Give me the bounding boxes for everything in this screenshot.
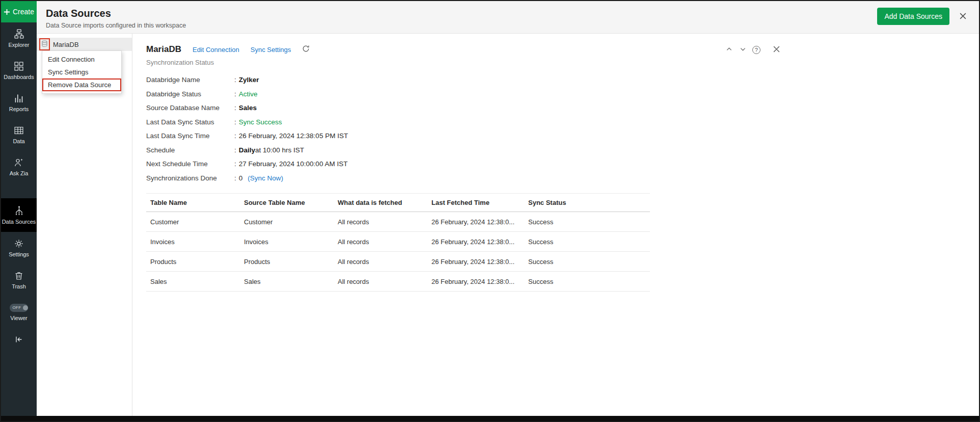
menu-item-remove-data-source[interactable]: Remove Data Source (42, 78, 121, 91)
sync-field-row: Schedule :Daily at 10:00 hrs IST (146, 143, 348, 157)
create-button[interactable]: Create (1, 1, 37, 22)
detail-toolbar: ? (724, 45, 781, 55)
next-source-button[interactable] (738, 45, 747, 55)
reports-icon (14, 93, 23, 103)
sidebar-item-data-sources[interactable]: Data Sources (1, 198, 37, 232)
sidebar-nav: Explorer Dashboards Reports Data Ask Zia… (1, 22, 37, 328)
table-row[interactable]: ProductsProductsAll records26 February, … (146, 252, 650, 272)
sync-field-row: Next Schedule Time :27 February, 2024 10… (146, 157, 348, 171)
database-icon[interactable] (41, 40, 48, 48)
close-page-button[interactable] (957, 11, 969, 23)
column-header-source-table-name: Source Table Name (240, 194, 334, 212)
plus-icon (4, 7, 10, 17)
chevron-down-icon (740, 45, 746, 55)
table-row[interactable]: SalesSalesAll records26 February, 2024 1… (146, 272, 650, 292)
sidebar-item-label: Data (13, 138, 24, 144)
edit-connection-link[interactable]: Edit Connection (193, 46, 239, 54)
close-detail-button[interactable] (772, 45, 781, 55)
table-cell: All records (334, 212, 427, 232)
sidebar-item-dashboards[interactable]: Dashboards (1, 55, 37, 87)
sidebar-item-label: Reports (9, 106, 29, 112)
field-value-wrap: :Daily at 10:00 hrs IST (234, 146, 304, 154)
field-value: Sales (239, 104, 257, 112)
sync-field-row: Source Database Name :Sales (146, 101, 348, 115)
field-colon: : (234, 104, 236, 112)
table-row[interactable]: InvoicesInvoicesAll records26 February, … (146, 232, 650, 252)
table-cell: Products (146, 252, 240, 272)
column-header-table-name: Table Name (146, 194, 240, 212)
table-cell: Invoices (240, 232, 334, 252)
sidebar-item-data[interactable]: Data (1, 119, 37, 151)
table-cell: 26 February, 2024 12:38:0... (427, 252, 524, 272)
annotation-box-source-icon (39, 38, 50, 50)
table-cell: Success (524, 252, 650, 272)
create-button-label: Create (13, 8, 34, 16)
sync-table-head-row: Table NameSource Table NameWhat data is … (146, 194, 650, 212)
table-cell: Success (524, 232, 650, 252)
detail-titlebar: MariaDB Edit Connection Sync Settings (146, 44, 310, 55)
table-row[interactable]: CustomerCustomerAll records26 February, … (146, 212, 650, 232)
help-icon: ? (752, 46, 760, 54)
field-colon: : (234, 132, 236, 140)
ask-zia-icon (14, 157, 24, 167)
sidebar-item-label: Trash (12, 283, 26, 289)
field-value: 26 February, 2024 12:38:05 PM IST (239, 132, 348, 140)
field-value-wrap: :Sync Success (234, 118, 282, 126)
table-cell: Success (524, 212, 650, 232)
data-icon (14, 125, 23, 135)
context-menu: Edit ConnectionSync SettingsRemove Data … (42, 50, 122, 94)
sync-field-row: Last Data Sync Status :Sync Success (146, 115, 348, 129)
field-label: Next Schedule Time (146, 160, 234, 168)
sync-field-row: Databridge Name :Zylker (146, 73, 348, 87)
sidebar-item-label: Viewer (10, 315, 27, 321)
field-label: Databridge Name (146, 76, 234, 84)
field-label: Source Database Name (146, 104, 234, 112)
column-header-what-data-is-fetched: What data is fetched (334, 194, 427, 212)
sidebar-item-ask-zia[interactable]: Ask Zia (1, 151, 37, 183)
help-button[interactable]: ? (752, 45, 761, 55)
sidebar-item-explorer[interactable]: Explorer (1, 22, 37, 55)
add-data-sources-button[interactable]: Add Data Sources (877, 8, 949, 25)
field-value-wrap: :Zylker (234, 76, 259, 84)
sync-settings-link[interactable]: Sync Settings (251, 46, 291, 54)
table-cell: 26 February, 2024 12:38:0... (427, 212, 524, 232)
sidebar-item-label: Dashboards (4, 74, 34, 80)
field-value-wrap: :27 February, 2024 10:00:00 AM IST (234, 160, 347, 168)
menu-item-sync-settings[interactable]: Sync Settings (42, 66, 121, 78)
refresh-button[interactable] (302, 45, 310, 55)
sync-field-row: Synchronizations Done :0(Sync Now) (146, 171, 348, 186)
table-cell: 26 February, 2024 12:38:0... (427, 232, 524, 252)
collapse-sidebar-button[interactable] (1, 328, 37, 351)
field-value: Sync Success (239, 118, 282, 126)
close-icon (773, 45, 780, 55)
column-header-last-fetched-time: Last Fetched Time (427, 194, 524, 212)
table-cell: Products (240, 252, 334, 272)
sidebar-item-label: Data Sources (2, 219, 36, 225)
field-value: at 10:00 hrs IST (255, 146, 304, 154)
menu-item-edit-connection[interactable]: Edit Connection (42, 53, 121, 66)
data-sources-icon (14, 206, 24, 216)
sidebar-item-reports[interactable]: Reports (1, 87, 37, 119)
table-cell: 26 February, 2024 12:38:0... (427, 272, 524, 292)
table-cell: Sales (240, 272, 334, 292)
close-icon (959, 12, 967, 22)
page-header: Data Sources Data Source imports configu… (37, 1, 979, 34)
field-colon: : (234, 90, 236, 98)
detail-title: MariaDB (146, 44, 181, 55)
field-colon: : (234, 76, 236, 84)
sidebar-item-trash[interactable]: Trash (1, 264, 37, 296)
field-label: Databridge Status (146, 90, 234, 98)
settings-icon (14, 239, 23, 248)
source-list-item-mariadb[interactable]: MariaDB (37, 38, 132, 51)
dashboards-icon (14, 61, 23, 71)
table-cell: All records (334, 272, 427, 292)
field-value: Active (239, 90, 258, 98)
previous-source-button[interactable] (724, 45, 733, 55)
viewer-off-toggle[interactable]: OFF (10, 304, 28, 312)
sidebar-item-label: Explorer (9, 42, 30, 48)
sidebar-item-settings[interactable]: Settings (1, 232, 37, 264)
sync-now-link[interactable]: (Sync Now) (248, 174, 283, 182)
sidebar-item-viewer[interactable]: OFF Viewer (1, 296, 37, 328)
sidebar-item-label: Ask Zia (10, 170, 29, 176)
field-colon: : (234, 146, 236, 154)
